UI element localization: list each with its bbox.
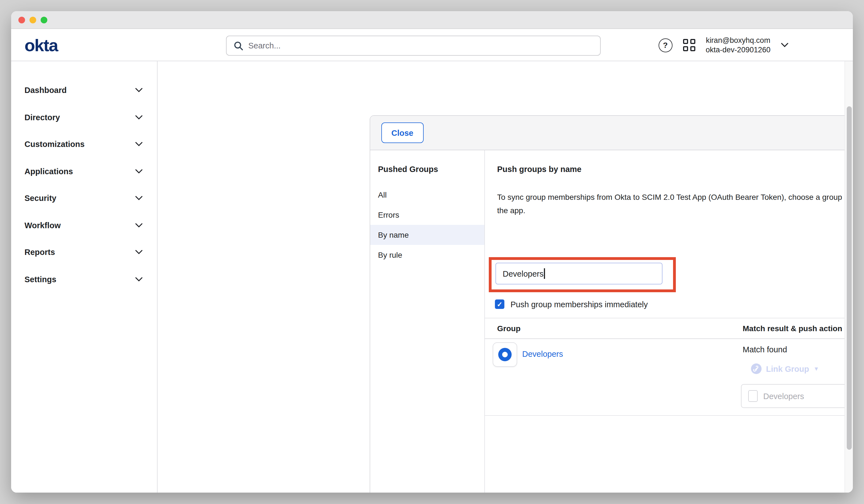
group-name-value: Developers (503, 269, 544, 278)
account-org: okta-dev-20901260 (706, 45, 770, 55)
link-group-button[interactable]: Link Group ▼ (751, 363, 819, 374)
help-icon[interactable]: ? (658, 38, 672, 52)
link-group-label: Link Group (766, 364, 809, 373)
nav-item-errors[interactable]: Errors (370, 205, 484, 225)
chevron-down-icon (135, 115, 143, 120)
pushed-groups-nav: Pushed Groups All Errors By name By rule (370, 150, 485, 493)
sidebar-item-applications[interactable]: Applications (11, 158, 157, 185)
group-logo (493, 342, 517, 367)
column-header-group: Group (497, 324, 520, 333)
close-button[interactable]: Close (381, 122, 423, 143)
chevron-down-icon (135, 250, 143, 255)
main-content: Close Pushed Groups All Errors By name B… (158, 61, 844, 493)
sidebar-item-workflow[interactable]: Workflow (11, 212, 157, 239)
nav-item-by-name[interactable]: By name (370, 225, 484, 245)
app-header: okta Search... ? kiran@boxyhq.com okt (11, 29, 853, 61)
text-cursor (544, 268, 545, 279)
window-close-button[interactable] (19, 16, 25, 23)
window-maximize-button[interactable] (41, 16, 47, 23)
sidebar: Dashboard Directory Customizations Appli… (11, 61, 158, 493)
panel-header: Close (370, 116, 853, 150)
nav-item-all[interactable]: All (370, 185, 484, 205)
push-immediately-checkbox[interactable] (495, 299, 504, 309)
window-minimize-button[interactable] (29, 16, 36, 23)
match-status: Match found (743, 345, 787, 354)
push-immediately-row: Push group memberships immediately (495, 299, 648, 309)
group-ring-icon (498, 348, 512, 361)
group-name-link[interactable]: Developers (522, 350, 563, 358)
link-icon (751, 363, 761, 374)
divider (485, 318, 853, 319)
push-groups-panel: Close Pushed Groups All Errors By name B… (370, 115, 853, 493)
scrollbar-thumb[interactable] (847, 106, 852, 450)
sidebar-item-security[interactable]: Security (11, 185, 157, 212)
group-name-input[interactable]: Developers (495, 263, 662, 285)
chevron-down-icon (135, 88, 143, 93)
chevron-down-icon (135, 169, 143, 174)
chevron-down-icon (135, 277, 143, 281)
column-header-match: Match result & push action (743, 324, 842, 333)
push-immediately-label: Push group memberships immediately (511, 300, 648, 309)
sidebar-item-settings[interactable]: Settings (11, 266, 157, 293)
account-menu[interactable]: kiran@boxyhq.com okta-dev-20901260 (706, 35, 770, 55)
sidebar-item-directory[interactable]: Directory (11, 104, 157, 131)
group-placeholder-icon (748, 390, 758, 402)
browser-window: okta Search... ? kiran@boxyhq.com okt (11, 11, 853, 493)
target-group-value: Developers (763, 392, 804, 400)
screen: okta Search... ? kiran@boxyhq.com okt (0, 0, 864, 504)
content-heading: Push groups by name (497, 165, 581, 174)
search-input[interactable]: Search... (226, 36, 601, 56)
content-description: To sync group memberships from Okta to S… (497, 190, 853, 217)
chevron-down-icon (135, 223, 143, 228)
sidebar-item-reports[interactable]: Reports (11, 239, 157, 266)
apps-grid-icon[interactable] (683, 39, 695, 51)
caret-down-icon: ▼ (814, 366, 819, 372)
chevron-down-icon (135, 196, 143, 201)
push-by-name-content: Push groups by name To sync group member… (485, 150, 853, 493)
header-actions: ? kiran@boxyhq.com okta-dev-20901260 (658, 29, 788, 61)
chevron-down-icon[interactable] (781, 43, 788, 47)
sidebar-item-customizations[interactable]: Customizations (11, 131, 157, 158)
pushed-groups-list: All Errors By name By rule (370, 185, 484, 265)
target-group-select[interactable]: Developers ▼ (741, 384, 853, 408)
window-titlebar (11, 11, 853, 29)
search-placeholder: Search... (248, 41, 280, 50)
sidebar-item-dashboard[interactable]: Dashboard (11, 77, 157, 104)
okta-logo: okta (24, 36, 58, 56)
account-email: kiran@boxyhq.com (706, 35, 770, 45)
divider (485, 338, 853, 339)
nav-item-by-rule[interactable]: By rule (370, 245, 484, 265)
scrollbar-track (844, 61, 853, 493)
pushed-groups-title: Pushed Groups (370, 150, 484, 174)
divider (485, 415, 853, 416)
chevron-down-icon (135, 142, 143, 147)
search-icon (234, 41, 243, 50)
